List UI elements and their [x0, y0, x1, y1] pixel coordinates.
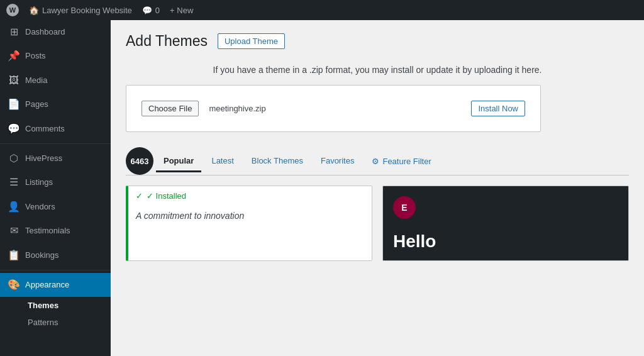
new-label: + New — [170, 6, 193, 15]
installed-badge: ✓ ✓ Installed — [128, 186, 372, 206]
sidebar-item-bookings[interactable]: 📋 Bookings — [0, 243, 111, 267]
tab-feature-filter[interactable]: ⚙ Feature Filter — [364, 152, 438, 171]
sidebar-item-label: Testimonials — [25, 225, 70, 236]
sidebar: ⊞ Dashboard 📌 Posts 🖼 Media 📄 Pages 💬 Co… — [0, 20, 111, 356]
upload-notice: If you have a theme in a .zip format, yo… — [126, 65, 629, 75]
pages-icon: 📄 — [8, 97, 20, 111]
tab-block-themes[interactable]: Block Themes — [244, 151, 311, 172]
listings-icon: ☰ — [8, 175, 20, 189]
sidebar-item-hivepress[interactable]: ⬡ HivePress — [0, 147, 111, 170]
sidebar-item-label: Media — [25, 75, 47, 86]
layout: ⊞ Dashboard 📌 Posts 🖼 Media 📄 Pages 💬 Co… — [0, 20, 644, 356]
elementor-badge: E — [393, 196, 416, 219]
site-name-item[interactable]: 🏠 Lawyer Booking Website — [29, 6, 132, 15]
checkmark-icon: ✓ — [136, 191, 143, 201]
themes-grid: ✓ ✓ Installed A commitment to innovation… — [126, 186, 629, 261]
sidebar-item-listings[interactable]: ☰ Listings — [0, 170, 111, 194]
theme-card-installed[interactable]: ✓ ✓ Installed A commitment to innovation — [126, 186, 372, 261]
comments-count: 0 — [155, 6, 160, 15]
sidebar-item-label: Listings — [25, 177, 53, 188]
sidebar-item-appearance[interactable]: 🎨 Appearance — [0, 273, 111, 297]
sidebar-item-media[interactable]: 🖼 Media — [0, 69, 111, 92]
sidebar-item-label: Bookings — [25, 250, 58, 261]
upload-theme-button[interactable]: Upload Theme — [218, 33, 285, 49]
testimonials-icon: ✉ — [8, 224, 20, 238]
theme-card-hello[interactable]: E Hello — [382, 186, 629, 261]
patterns-sub-label: Patterns — [28, 318, 58, 327]
hello-text: Hello — [393, 233, 436, 250]
tab-latest-label: Latest — [211, 156, 233, 165]
theme-card-description: A commitment to innovation — [128, 206, 372, 226]
installed-label: ✓ Installed — [147, 191, 186, 201]
tab-block-themes-label: Block Themes — [252, 156, 303, 165]
sidebar-item-label: Vendors — [25, 201, 55, 213]
sidebar-divider — [0, 143, 111, 144]
comments-icon: 💬 — [142, 6, 152, 15]
main-content: Add Themes Upload Theme If you have a th… — [111, 20, 644, 356]
appearance-icon: 🎨 — [8, 278, 20, 292]
file-upload-box: Choose File meetinghive.zip Install Now — [126, 85, 541, 132]
tab-favorites[interactable]: Favorites — [313, 151, 362, 172]
page-title: Add Themes — [126, 33, 208, 50]
media-icon: 🖼 — [8, 74, 20, 87]
bookings-icon: 📋 — [8, 248, 20, 262]
sidebar-item-comments[interactable]: 💬 Comments — [0, 117, 111, 141]
site-name: Lawyer Booking Website — [42, 6, 132, 15]
topbar: W 🏠 Lawyer Booking Website 💬 0 + New — [0, 0, 644, 20]
vendors-icon: 👤 — [8, 200, 20, 214]
sidebar-divider-2 — [0, 270, 111, 270]
new-item[interactable]: + New — [170, 6, 193, 15]
site-icon: 🏠 — [29, 6, 39, 15]
tab-feature-filter-label: Feature Filter — [382, 157, 431, 166]
sidebar-item-posts[interactable]: 📌 Posts — [0, 44, 111, 68]
sidebar-item-label: Posts — [25, 50, 46, 62]
hivepress-icon: ⬡ — [8, 152, 20, 165]
sidebar-item-vendors[interactable]: 👤 Vendors — [0, 195, 111, 219]
wp-logo: W — [6, 4, 19, 16]
tab-latest[interactable]: Latest — [204, 151, 241, 172]
gear-icon: ⚙ — [372, 157, 379, 166]
file-name: meetinghive.zip — [209, 104, 461, 113]
tab-popular[interactable]: Popular — [156, 151, 201, 172]
posts-icon: 📌 — [8, 49, 20, 63]
sidebar-sub-item-themes[interactable]: Themes — [0, 297, 111, 314]
sidebar-item-label: HivePress — [25, 153, 62, 164]
tab-count-badge[interactable]: 6463 — [126, 147, 153, 175]
page-header: Add Themes Upload Theme — [126, 33, 629, 50]
comments-item[interactable]: 💬 0 — [142, 6, 160, 15]
elementor-badge-letter: E — [401, 203, 407, 213]
sidebar-sub-item-patterns[interactable]: Patterns — [0, 314, 111, 331]
sidebar-item-testimonials[interactable]: ✉ Testimonials — [0, 219, 111, 243]
sidebar-item-label: Comments — [25, 123, 65, 135]
wp-logo-item[interactable]: W — [6, 4, 19, 16]
tabs-row: 6463 Popular Latest Block Themes Favorit… — [126, 147, 629, 175]
dashboard-icon: ⊞ — [8, 25, 20, 39]
sidebar-item-label: Appearance — [25, 279, 69, 291]
sidebar-item-label: Dashboard — [25, 26, 65, 38]
themes-sub-label: Themes — [28, 301, 58, 310]
choose-file-button[interactable]: Choose File — [142, 101, 199, 116]
comments-nav-icon: 💬 — [8, 122, 20, 136]
install-now-button[interactable]: Install Now — [471, 101, 525, 116]
sidebar-item-pages[interactable]: 📄 Pages — [0, 92, 111, 116]
sidebar-item-label: Pages — [25, 99, 48, 110]
tab-popular-label: Popular — [164, 156, 194, 165]
tab-count-label: 6463 — [131, 157, 149, 166]
tab-favorites-label: Favorites — [321, 156, 354, 165]
sidebar-item-dashboard[interactable]: ⊞ Dashboard — [0, 20, 111, 44]
